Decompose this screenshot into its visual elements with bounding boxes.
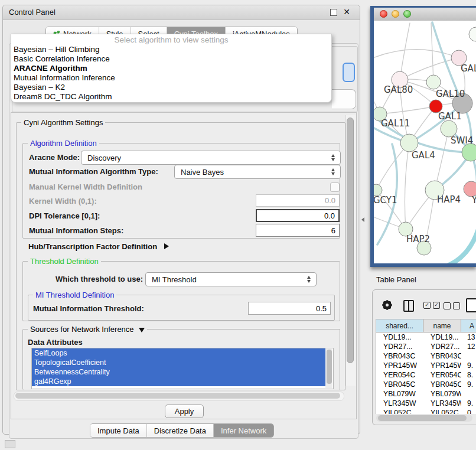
node-label: GAL80 — [384, 84, 413, 95]
network-edge[interactable] — [431, 23, 433, 82]
network-edge[interactable] — [405, 143, 409, 229]
which-threshold-label: Which threshold to use: — [56, 275, 143, 283]
settings-hscrollbar-thumb[interactable] — [15, 393, 340, 399]
algorithm-option[interactable]: Dream8 DC_TDC Algorithm — [11, 92, 331, 102]
table-cell: YLR345W — [423, 399, 461, 408]
network-edge[interactable] — [444, 221, 476, 263]
threshold-definition-group: Threshold Definition Which threshold to … — [22, 261, 340, 321]
table-cell: YIL052C — [423, 408, 461, 414]
table-row[interactable]: YBR043CYBR043C — [376, 351, 476, 361]
which-threshold-value: MI Threshold — [146, 275, 304, 284]
table-cell: YBR043C — [423, 351, 461, 361]
table-cell: YBR045C — [376, 380, 423, 389]
table-cell: 8. — [461, 370, 476, 380]
table-cell: YBL079W — [423, 389, 461, 399]
export-table-icon[interactable] — [466, 298, 476, 312]
tab-label: Impute Data — [97, 426, 139, 435]
columns-icon[interactable] — [403, 300, 414, 312]
dpi-tolerance-input[interactable]: 0.0 — [256, 209, 340, 222]
table-cell: YBR043C — [376, 351, 423, 361]
tab-infer-network[interactable]: Infer Network — [214, 424, 273, 437]
float-window-icon[interactable] — [330, 9, 337, 16]
gear-icon[interactable] — [383, 301, 391, 309]
apply-button[interactable]: Apply — [165, 405, 204, 418]
network-node[interactable] — [469, 27, 476, 41]
mi-type-label: Mutual Information Algorithm Type: — [29, 167, 158, 176]
table-row[interactable]: YLR345WYLR345W9. — [376, 399, 476, 408]
select-all-checks-icon[interactable]: ✓✓ — [423, 302, 440, 309]
aracne-mode-value: Discovery — [81, 154, 328, 162]
attribute-list-item[interactable]: SelfLoops — [32, 348, 325, 358]
table-row[interactable]: YPR145WYPR145W9. — [376, 361, 476, 370]
network-node-gcy1[interactable] — [374, 184, 382, 196]
network-node-gal4[interactable] — [400, 134, 418, 152]
hub-definition-label: Hub/Transcription Factor Definition — [28, 242, 157, 251]
table-row[interactable]: YDL19...YDL19...13 — [376, 332, 476, 342]
network-edge[interactable] — [374, 50, 459, 58]
table-row[interactable]: YER054CYER054C8. — [376, 370, 476, 380]
network-edge[interactable] — [380, 106, 436, 114]
tab-discretize-data[interactable]: Discretize Data — [147, 424, 214, 437]
tab-impute-data[interactable]: Impute Data — [90, 424, 147, 437]
table-row[interactable]: YBR045CYBR045C9. — [376, 380, 476, 389]
settings-vscrollbar-thumb[interactable] — [347, 118, 354, 363]
node-label: HAP4 — [437, 194, 461, 205]
column-header-3[interactable]: A — [461, 319, 476, 332]
mi-algorithm-type-select[interactable]: Naive Bayes — [174, 165, 341, 179]
algorithm-option[interactable]: Mutual Information Inference — [11, 73, 331, 83]
algorithm-definition-group: Algorithm Definition Aracne Mode: Discov… — [22, 143, 340, 239]
which-threshold-select[interactable]: MI Threshold — [145, 272, 317, 286]
table-cell: YDL19... — [376, 332, 423, 342]
network-node-swi4[interactable] — [441, 120, 457, 137]
table-cell: YPR145W — [376, 361, 423, 370]
minimize-traffic-light[interactable] — [392, 10, 399, 18]
node-label: GAL1 — [438, 111, 462, 122]
obscured-focused-button — [343, 63, 355, 82]
hub-definition-toggle[interactable]: Hub/Transcription Factor Definition — [28, 242, 169, 251]
network-node[interactable] — [462, 144, 476, 161]
column-header-2[interactable]: name — [423, 319, 461, 332]
algorithm-option[interactable]: Basic Correlation Inference — [11, 54, 331, 64]
attribute-list-item[interactable]: TopologicalCoefficient — [32, 358, 325, 367]
table-hscrollbar-thumb[interactable] — [378, 415, 467, 421]
node-label: GAL11 — [381, 118, 410, 129]
list-scrollbar[interactable] — [325, 349, 332, 388]
aracne-mode-select[interactable]: Discovery — [81, 151, 341, 165]
mi-steps-input[interactable]: 6 — [256, 224, 340, 237]
network-canvas[interactable]: GALGAL80GAL10GAL1SWI4GAL11GAL4GCY1HAP4YH… — [374, 21, 476, 263]
manual-kernel-checkbox[interactable] — [330, 182, 340, 192]
sources-title-text: Sources for Network Inference — [30, 325, 134, 334]
stepper-arrows-icon — [304, 276, 316, 283]
close-traffic-light[interactable] — [380, 10, 387, 18]
sources-group-title[interactable]: Sources for Network Inference — [28, 325, 147, 334]
network-node[interactable] — [426, 75, 441, 89]
kernel-width-input[interactable]: 0.0 — [256, 194, 340, 207]
network-window-titlebar — [374, 8, 476, 21]
table-row[interactable]: YDR27...YDR27...12 — [376, 342, 476, 351]
collapsed-panel-icon[interactable] — [5, 440, 15, 448]
table-cell: YIL052C — [376, 408, 423, 414]
mi-steps-label: Mutual Information Steps: — [29, 226, 123, 235]
data-attributes-list[interactable]: SelfLoopsTopologicalCoefficientBetweenne… — [31, 348, 334, 389]
deselect-all-checks-icon[interactable] — [444, 302, 460, 309]
table-row[interactable]: YBL079WYBL079W — [376, 389, 476, 399]
attribute-list-item[interactable]: gal4RGexp — [32, 377, 325, 386]
zoom-traffic-light[interactable] — [403, 10, 411, 18]
mi-threshold-group: MI Threshold Definition Mutual Informati… — [28, 295, 335, 321]
algorithm-option[interactable]: ARACNE Algorithm — [11, 64, 331, 73]
table-row[interactable]: YIL052CYIL052C0. — [376, 408, 476, 414]
dpi-tolerance-label: DPI Tolerance [0,1]: — [29, 211, 100, 220]
algorithm-option[interactable]: Bayesian – K2 — [11, 83, 331, 92]
mi-type-value: Naive Bayes — [175, 168, 328, 177]
node-label: HAP2 — [406, 234, 430, 244]
attribute-list-item[interactable]: BetweennessCentrality — [32, 367, 325, 377]
algorithm-option[interactable]: Bayesian – Hill Climbing — [11, 45, 331, 54]
mi-threshold-input[interactable]: 0.5 — [248, 302, 331, 315]
network-edge[interactable] — [400, 23, 410, 80]
algorithm-dropdown-list: Select algorithm to view settings Bayesi… — [11, 34, 332, 103]
close-icon[interactable]: ✕ — [343, 7, 350, 17]
table-cell: 9. — [461, 380, 476, 389]
column-header-1[interactable]: shared... — [376, 319, 423, 332]
split-pane-collapse-handle[interactable] — [361, 217, 364, 222]
table-cell: YER054C — [423, 370, 461, 380]
